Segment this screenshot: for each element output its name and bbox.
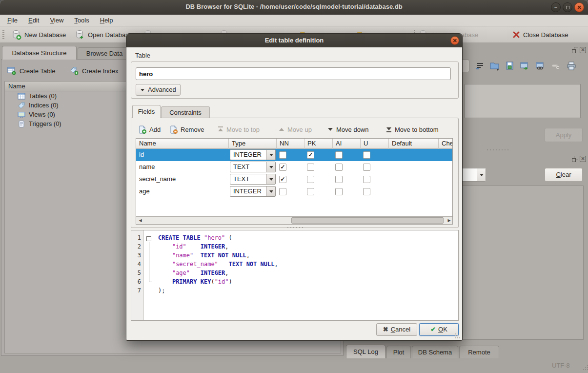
close-button[interactable]: ✕: [574, 2, 584, 12]
horizontal-scrollbar[interactable]: ◀ ▶: [136, 216, 453, 224]
create-index-button[interactable]: Create Index: [70, 64, 118, 77]
dock-close-button[interactable]: ✕: [580, 47, 586, 53]
col-header-type[interactable]: Type: [229, 139, 277, 149]
type-select-age[interactable]: INTEGER: [230, 186, 276, 197]
code-fold-icon[interactable]: [146, 236, 151, 241]
tab-database-structure[interactable]: Database Structure: [2, 46, 77, 60]
menubar: FileEditViewToolsHelp: [0, 15, 588, 26]
type-select-id[interactable]: INTEGER: [230, 149, 276, 160]
nn-checkbox-name[interactable]: ✓: [279, 164, 286, 171]
tab-browse-data[interactable]: Browse Data: [78, 47, 131, 60]
dialog-close-button[interactable]: ✕: [450, 36, 459, 45]
cancel-button[interactable]: ✖Cancel: [376, 323, 417, 336]
field-row-id[interactable]: idINTEGER✓: [136, 149, 453, 161]
cell-editor-textarea[interactable]: [465, 84, 581, 118]
tab-remote[interactable]: Remote: [459, 346, 499, 358]
open-database-button[interactable]: Open Database: [74, 29, 132, 41]
pk-checkbox-secret_name[interactable]: [307, 176, 314, 183]
tree-item-label: Indices (0): [29, 102, 59, 109]
create-table-button[interactable]: Create Table: [7, 64, 55, 77]
pk-checkbox-name[interactable]: [307, 164, 314, 171]
new-database-button[interactable]: New Database: [11, 29, 66, 41]
sql-string: "secret_name": [172, 261, 218, 268]
scrollbar-thumb[interactable]: [291, 217, 444, 224]
nn-checkbox-secret_name[interactable]: ✓: [279, 176, 286, 183]
col-header-check[interactable]: Check: [439, 139, 453, 149]
type-select-secret_name[interactable]: TEXT: [230, 174, 276, 185]
col-header-pk[interactable]: PK: [304, 139, 333, 149]
nn-checkbox-id[interactable]: [279, 151, 286, 159]
tab-label: SQL Log: [353, 348, 378, 355]
open-file-icon[interactable]: [489, 61, 500, 71]
u-checkbox-secret_name[interactable]: [363, 176, 370, 183]
dock-close-button[interactable]: ✕: [580, 156, 586, 162]
close-database-button[interactable]: Close Database: [512, 29, 568, 41]
tree-item-label: Tables (0): [29, 92, 57, 100]
field-row-name[interactable]: nameTEXT✓: [136, 161, 453, 173]
ai-checkbox-age[interactable]: [335, 188, 343, 195]
export-window-icon[interactable]: [519, 61, 530, 71]
u-checkbox-id[interactable]: [363, 151, 370, 159]
menu-tools[interactable]: Tools: [69, 15, 94, 25]
tab-constraints[interactable]: Constraints: [161, 106, 210, 118]
ai-checkbox-id[interactable]: [335, 151, 343, 159]
toolbar-handle[interactable]: [2, 30, 4, 39]
tab-fields[interactable]: Fields: [132, 105, 161, 118]
minimize-button[interactable]: −: [551, 2, 561, 12]
move-up-button[interactable]: Move up: [279, 124, 312, 135]
window-resize-grip[interactable]: [583, 369, 584, 370]
col-header-nn[interactable]: NN: [277, 139, 304, 149]
col-header-default[interactable]: Default: [389, 139, 439, 149]
tab-plot[interactable]: Plot: [386, 346, 411, 358]
tab-db-schema[interactable]: DB Schema: [412, 346, 458, 358]
u-checkbox-age[interactable]: [363, 188, 370, 195]
apply-button[interactable]: Apply: [545, 128, 583, 142]
clear-button[interactable]: Clear: [545, 168, 583, 182]
dialog-splitter-handle[interactable]: [287, 227, 303, 228]
scroll-right-icon[interactable]: ▶: [445, 217, 453, 224]
dock-float-button[interactable]: [572, 156, 578, 162]
col-header-u[interactable]: U: [361, 139, 389, 149]
fold-guide-corner: [149, 282, 152, 282]
dialog-resize-grip[interactable]: [459, 337, 460, 338]
tab-label: Browse Data: [86, 50, 122, 57]
field-row-age[interactable]: ageINTEGER: [136, 186, 453, 198]
save-file-icon[interactable]: [505, 61, 515, 71]
sql-text: ): [229, 278, 232, 285]
window-titlebar: DB Browser for SQLite - /home/user/code/…: [0, 0, 588, 15]
dock-float-button[interactable]: [572, 47, 578, 53]
remove-button[interactable]: Remove: [169, 124, 204, 135]
move-bottom-icon: [386, 126, 392, 132]
ai-checkbox-name[interactable]: [335, 164, 343, 171]
menu-help[interactable]: Help: [95, 15, 119, 25]
ok-button[interactable]: ✔OK: [419, 323, 459, 336]
pk-checkbox-age[interactable]: [307, 188, 314, 195]
field-row-secret_name[interactable]: secret_nameTEXT✓: [136, 173, 453, 186]
dialog-titlebar[interactable]: Edit table definition ✕: [126, 34, 462, 47]
move-to-top-button[interactable]: Move to top: [218, 124, 260, 135]
move-to-bottom-button[interactable]: Move to bottom: [386, 124, 439, 135]
u-checkbox-name[interactable]: [363, 164, 370, 171]
ai-checkbox-secret_name[interactable]: [335, 176, 343, 183]
nn-checkbox-age[interactable]: [279, 188, 286, 195]
type-select-name[interactable]: TEXT: [230, 162, 276, 172]
pk-checkbox-id[interactable]: ✓: [307, 151, 314, 159]
tab-sql-log[interactable]: SQL Log: [346, 345, 385, 358]
col-header-ai[interactable]: AI: [333, 139, 361, 149]
maximize-button[interactable]: [563, 2, 572, 12]
menu-edit[interactable]: Edit: [23, 15, 44, 25]
sql-preview[interactable]: 1234567 CREATE TABLE "hero" ( "id" INTEG…: [131, 230, 459, 321]
text-lines-icon[interactable]: [474, 61, 485, 71]
move-down-button[interactable]: Move down: [328, 124, 368, 135]
print-icon[interactable]: [566, 61, 577, 71]
menu-view[interactable]: View: [44, 15, 69, 25]
col-header-name[interactable]: Name: [136, 139, 229, 149]
dock-splitter-handle[interactable]: [487, 149, 508, 150]
scroll-left-icon[interactable]: ◀: [136, 217, 144, 224]
add-button[interactable]: Add: [138, 124, 161, 135]
menu-file[interactable]: File: [2, 15, 23, 25]
link-window-icon[interactable]: [535, 61, 546, 71]
set-null-icon[interactable]: [550, 61, 561, 71]
advanced-button[interactable]: Advanced: [136, 84, 181, 96]
table-name-input[interactable]: [136, 67, 451, 80]
